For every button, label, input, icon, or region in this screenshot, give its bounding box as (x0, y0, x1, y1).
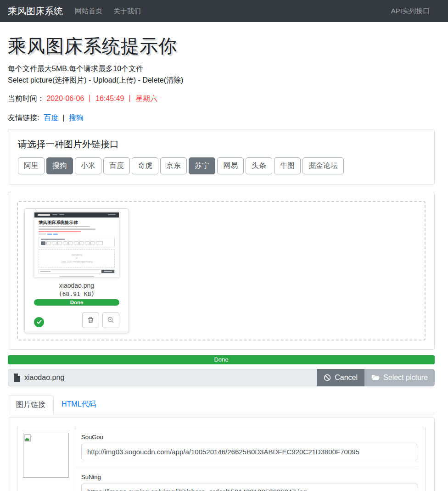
navbar: 乘风图床系统 网站首页 关于我们 API实列接口 (0, 0, 448, 22)
friend-links-row: 友情链接: 百度 | 搜狗 (8, 113, 435, 123)
howto-text: Select picture(选择图片) - Upload(上传) - Dele… (8, 75, 435, 86)
broken-image-icon (24, 434, 67, 442)
api-button-qihu[interactable]: 奇虎 (132, 157, 158, 174)
delete-preview-button[interactable] (82, 312, 99, 328)
result-image-placeholder (23, 433, 69, 478)
upload-preview-card: 乘风图床系统提示你 (24, 208, 129, 333)
page-title: 乘风图床系统提示你 (8, 33, 435, 59)
file-input-group: xiaodao.png Cancel Select picture (8, 369, 435, 386)
result-field-suning: SuNing (75, 467, 418, 491)
tab-html-code[interactable]: HTML代码 (54, 396, 104, 414)
result-thumb-cell (17, 427, 75, 491)
api-button-niutu[interactable]: 牛图 (274, 157, 301, 174)
thumb-dropzone: chengfeng or Copy 2020 chengfengqichuang (39, 249, 115, 268)
thumb-footer (39, 276, 115, 278)
ban-icon (324, 374, 331, 381)
api-button-row: 阿里 搜狗 小米 百度 奇虎 京东 苏宁 网易 头条 牛图 掘金论坛 (18, 157, 425, 174)
api-button-juejin[interactable]: 掘金论坛 (302, 157, 344, 174)
api-button-sougou[interactable]: 搜狗 (46, 157, 73, 174)
result-field-suning-label: SuNing (81, 474, 418, 480)
nav-api-link[interactable]: API实列接口 (391, 7, 430, 16)
cancel-button[interactable]: Cancel (317, 369, 364, 386)
api-button-jingdong[interactable]: 京东 (160, 157, 187, 174)
api-select-heading: 请选择一种图片外链接口 (18, 138, 425, 151)
file-input[interactable]: xiaodao.png (8, 369, 317, 386)
friend-link-baidu[interactable]: 百度 (44, 114, 58, 122)
preview-progress-bar: Done (34, 299, 119, 306)
file-icon (14, 374, 20, 382)
thumb-title: 乘风图床系统提示你 (39, 220, 115, 225)
trash-icon (87, 316, 95, 324)
thumb-navbar (34, 212, 119, 218)
result-url-sougou-input[interactable] (81, 444, 418, 460)
upload-card: 乘风图床系统提示你 (8, 192, 435, 350)
nav-home-link[interactable]: 网站首页 (75, 7, 102, 16)
api-button-toutiao[interactable]: 头条 (246, 157, 272, 174)
preview-filename: xiaodao.png (34, 282, 119, 289)
api-button-baidu[interactable]: 百度 (103, 157, 130, 174)
preview-filesize: (68.91 KB) (34, 290, 119, 297)
thumb-file-input (39, 269, 115, 273)
api-button-ali[interactable]: 阿里 (18, 157, 45, 174)
current-time-value: 2020-06-06 丨 16:45:49 丨 星期六 (46, 95, 157, 102)
tab-image-links[interactable]: 图片链接 (8, 396, 54, 414)
zoom-preview-button[interactable] (102, 312, 119, 328)
current-time-label: 当前时间： (8, 95, 45, 102)
page-container: 乘风图床系统提示你 每个文件最大5MB.每个请求最多10个文件 Select p… (8, 33, 435, 491)
api-button-suning[interactable]: 苏宁 (189, 157, 215, 174)
file-input-value: xiaodao.png (24, 374, 64, 382)
dropzone[interactable]: 乘风图床系统提示你 (17, 201, 426, 340)
api-select-card: 请选择一种图片外链接口 阿里 搜狗 小米 百度 奇虎 京东 苏宁 网易 头条 牛… (8, 129, 435, 184)
result-field-sougou-label: SouGou (81, 434, 418, 441)
preview-thumbnail: 乘风图床系统提示你 (34, 212, 119, 278)
result-fields: SouGou SuNing (75, 427, 425, 491)
limit-text: 每个文件最大5MB.每个请求最多10个文件 (8, 63, 435, 75)
brand-link[interactable]: 乘风图床系统 (8, 5, 63, 17)
thumb-api-card (39, 237, 115, 247)
upload-progress-bar: Done (8, 355, 435, 364)
api-button-xiaomi[interactable]: 小米 (75, 157, 101, 174)
result-media-row: SouGou SuNing (17, 427, 426, 491)
friend-links-label: 友情链接: (8, 114, 39, 122)
check-circle-icon (34, 317, 44, 327)
preview-actions (34, 312, 119, 328)
friend-links-separator: | (62, 114, 64, 122)
result-url-suning-input[interactable] (81, 484, 418, 491)
zoom-in-icon (107, 316, 115, 324)
select-picture-button[interactable]: Select picture (364, 369, 435, 386)
current-time-row: 当前时间： 2020-06-06 丨 16:45:49 丨 星期六 (8, 94, 435, 104)
folder-open-icon (371, 374, 380, 381)
nav-about-link[interactable]: 关于我们 (113, 7, 141, 16)
api-button-wangyi[interactable]: 网易 (217, 157, 244, 174)
result-card: SouGou SuNing (8, 418, 435, 491)
result-tabs: 图片链接 HTML代码 (8, 396, 435, 414)
friend-link-sougou[interactable]: 搜狗 (69, 114, 84, 122)
thumb-body: 乘风图床系统提示你 (34, 218, 119, 278)
result-field-sougou: SouGou (75, 427, 418, 467)
